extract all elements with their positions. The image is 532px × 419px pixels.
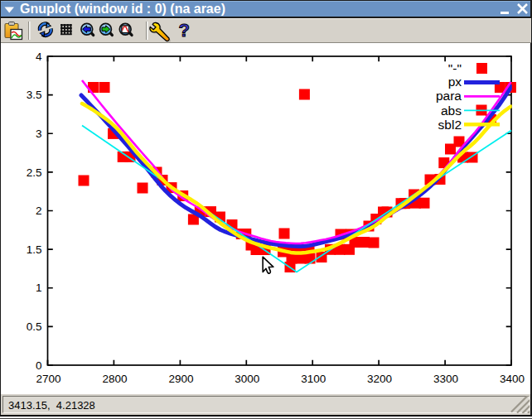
svg-text:4: 4	[36, 51, 42, 63]
svg-text:3: 3	[36, 128, 42, 140]
svg-text:0.5: 0.5	[27, 320, 42, 333]
svg-text:2800: 2800	[102, 373, 127, 385]
svg-text:0: 0	[36, 359, 42, 372]
svg-text:3200: 3200	[367, 373, 392, 385]
svg-text:3000: 3000	[235, 373, 259, 385]
svg-text:1.5: 1.5	[27, 243, 42, 256]
svg-text:3.5: 3.5	[27, 89, 42, 101]
svg-text:abs: abs	[441, 104, 462, 118]
svg-text:2.5: 2.5	[27, 166, 42, 179]
svg-text:2700: 2700	[36, 373, 60, 385]
svg-text:para: para	[436, 89, 462, 103]
svg-text:sbl2: sbl2	[438, 118, 462, 132]
svg-text:px: px	[448, 75, 462, 89]
svg-text:3300: 3300	[433, 373, 458, 385]
svg-text:2: 2	[36, 205, 42, 217]
svg-text:1: 1	[36, 282, 42, 294]
svg-text:3400: 3400	[500, 373, 525, 385]
svg-text:"-": "-"	[448, 61, 462, 75]
svg-text:2900: 2900	[168, 373, 193, 385]
svg-text:3100: 3100	[301, 373, 326, 385]
